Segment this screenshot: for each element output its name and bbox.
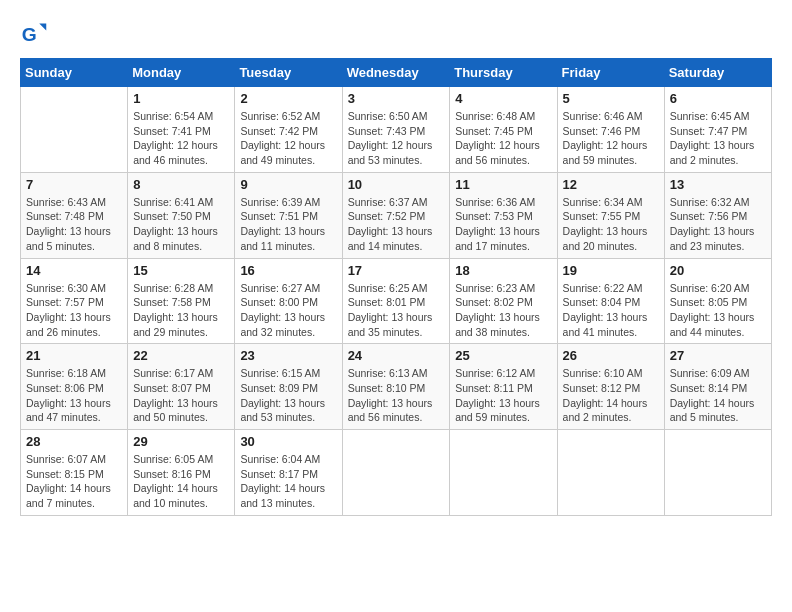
- calendar-cell: [342, 430, 450, 516]
- calendar-cell: 17Sunrise: 6:25 AM Sunset: 8:01 PM Dayli…: [342, 258, 450, 344]
- calendar-table: SundayMondayTuesdayWednesdayThursdayFrid…: [20, 58, 772, 516]
- day-number: 25: [455, 348, 551, 363]
- day-detail: Sunrise: 6:39 AM Sunset: 7:51 PM Dayligh…: [240, 195, 336, 254]
- day-detail: Sunrise: 6:32 AM Sunset: 7:56 PM Dayligh…: [670, 195, 766, 254]
- day-number: 8: [133, 177, 229, 192]
- calendar-cell: 4Sunrise: 6:48 AM Sunset: 7:45 PM Daylig…: [450, 87, 557, 173]
- day-detail: Sunrise: 6:07 AM Sunset: 8:15 PM Dayligh…: [26, 452, 122, 511]
- day-detail: Sunrise: 6:04 AM Sunset: 8:17 PM Dayligh…: [240, 452, 336, 511]
- weekday-header: Monday: [128, 59, 235, 87]
- logo: G: [20, 20, 52, 48]
- weekday-header: Thursday: [450, 59, 557, 87]
- day-detail: Sunrise: 6:20 AM Sunset: 8:05 PM Dayligh…: [670, 281, 766, 340]
- calendar-cell: 24Sunrise: 6:13 AM Sunset: 8:10 PM Dayli…: [342, 344, 450, 430]
- day-detail: Sunrise: 6:46 AM Sunset: 7:46 PM Dayligh…: [563, 109, 659, 168]
- day-number: 26: [563, 348, 659, 363]
- calendar-cell: [450, 430, 557, 516]
- calendar-cell: 22Sunrise: 6:17 AM Sunset: 8:07 PM Dayli…: [128, 344, 235, 430]
- day-detail: Sunrise: 6:13 AM Sunset: 8:10 PM Dayligh…: [348, 366, 445, 425]
- day-detail: Sunrise: 6:34 AM Sunset: 7:55 PM Dayligh…: [563, 195, 659, 254]
- day-detail: Sunrise: 6:43 AM Sunset: 7:48 PM Dayligh…: [26, 195, 122, 254]
- day-number: 23: [240, 348, 336, 363]
- day-detail: Sunrise: 6:18 AM Sunset: 8:06 PM Dayligh…: [26, 366, 122, 425]
- calendar-cell: 26Sunrise: 6:10 AM Sunset: 8:12 PM Dayli…: [557, 344, 664, 430]
- day-detail: Sunrise: 6:09 AM Sunset: 8:14 PM Dayligh…: [670, 366, 766, 425]
- calendar-cell: 18Sunrise: 6:23 AM Sunset: 8:02 PM Dayli…: [450, 258, 557, 344]
- day-number: 20: [670, 263, 766, 278]
- day-number: 19: [563, 263, 659, 278]
- calendar-cell: 11Sunrise: 6:36 AM Sunset: 7:53 PM Dayli…: [450, 172, 557, 258]
- day-detail: Sunrise: 6:45 AM Sunset: 7:47 PM Dayligh…: [670, 109, 766, 168]
- calendar-cell: 10Sunrise: 6:37 AM Sunset: 7:52 PM Dayli…: [342, 172, 450, 258]
- calendar-cell: 29Sunrise: 6:05 AM Sunset: 8:16 PM Dayli…: [128, 430, 235, 516]
- day-detail: Sunrise: 6:50 AM Sunset: 7:43 PM Dayligh…: [348, 109, 445, 168]
- day-number: 18: [455, 263, 551, 278]
- day-number: 14: [26, 263, 122, 278]
- calendar-cell: 19Sunrise: 6:22 AM Sunset: 8:04 PM Dayli…: [557, 258, 664, 344]
- calendar-cell: 20Sunrise: 6:20 AM Sunset: 8:05 PM Dayli…: [664, 258, 771, 344]
- calendar-cell: 1Sunrise: 6:54 AM Sunset: 7:41 PM Daylig…: [128, 87, 235, 173]
- day-detail: Sunrise: 6:23 AM Sunset: 8:02 PM Dayligh…: [455, 281, 551, 340]
- day-number: 29: [133, 434, 229, 449]
- day-detail: Sunrise: 6:15 AM Sunset: 8:09 PM Dayligh…: [240, 366, 336, 425]
- day-number: 16: [240, 263, 336, 278]
- calendar-cell: 2Sunrise: 6:52 AM Sunset: 7:42 PM Daylig…: [235, 87, 342, 173]
- day-number: 12: [563, 177, 659, 192]
- calendar-cell: [21, 87, 128, 173]
- day-detail: Sunrise: 6:05 AM Sunset: 8:16 PM Dayligh…: [133, 452, 229, 511]
- calendar-cell: 7Sunrise: 6:43 AM Sunset: 7:48 PM Daylig…: [21, 172, 128, 258]
- day-number: 13: [670, 177, 766, 192]
- calendar-cell: [557, 430, 664, 516]
- day-detail: Sunrise: 6:54 AM Sunset: 7:41 PM Dayligh…: [133, 109, 229, 168]
- calendar-cell: 12Sunrise: 6:34 AM Sunset: 7:55 PM Dayli…: [557, 172, 664, 258]
- day-number: 3: [348, 91, 445, 106]
- day-detail: Sunrise: 6:30 AM Sunset: 7:57 PM Dayligh…: [26, 281, 122, 340]
- day-number: 2: [240, 91, 336, 106]
- day-detail: Sunrise: 6:12 AM Sunset: 8:11 PM Dayligh…: [455, 366, 551, 425]
- day-detail: Sunrise: 6:27 AM Sunset: 8:00 PM Dayligh…: [240, 281, 336, 340]
- day-number: 15: [133, 263, 229, 278]
- day-detail: Sunrise: 6:28 AM Sunset: 7:58 PM Dayligh…: [133, 281, 229, 340]
- calendar-cell: 9Sunrise: 6:39 AM Sunset: 7:51 PM Daylig…: [235, 172, 342, 258]
- weekday-header: Tuesday: [235, 59, 342, 87]
- calendar-week-row: 7Sunrise: 6:43 AM Sunset: 7:48 PM Daylig…: [21, 172, 772, 258]
- day-number: 28: [26, 434, 122, 449]
- weekday-header: Friday: [557, 59, 664, 87]
- day-number: 1: [133, 91, 229, 106]
- calendar-cell: [664, 430, 771, 516]
- day-number: 24: [348, 348, 445, 363]
- calendar-week-row: 21Sunrise: 6:18 AM Sunset: 8:06 PM Dayli…: [21, 344, 772, 430]
- day-number: 11: [455, 177, 551, 192]
- weekday-header-row: SundayMondayTuesdayWednesdayThursdayFrid…: [21, 59, 772, 87]
- day-number: 27: [670, 348, 766, 363]
- day-number: 6: [670, 91, 766, 106]
- day-detail: Sunrise: 6:10 AM Sunset: 8:12 PM Dayligh…: [563, 366, 659, 425]
- weekday-header: Wednesday: [342, 59, 450, 87]
- svg-marker-1: [39, 24, 46, 31]
- day-detail: Sunrise: 6:48 AM Sunset: 7:45 PM Dayligh…: [455, 109, 551, 168]
- day-number: 21: [26, 348, 122, 363]
- calendar-week-row: 1Sunrise: 6:54 AM Sunset: 7:41 PM Daylig…: [21, 87, 772, 173]
- day-number: 4: [455, 91, 551, 106]
- day-detail: Sunrise: 6:52 AM Sunset: 7:42 PM Dayligh…: [240, 109, 336, 168]
- weekday-header: Sunday: [21, 59, 128, 87]
- logo-icon: G: [20, 20, 48, 48]
- calendar-cell: 8Sunrise: 6:41 AM Sunset: 7:50 PM Daylig…: [128, 172, 235, 258]
- day-detail: Sunrise: 6:22 AM Sunset: 8:04 PM Dayligh…: [563, 281, 659, 340]
- day-detail: Sunrise: 6:37 AM Sunset: 7:52 PM Dayligh…: [348, 195, 445, 254]
- calendar-cell: 27Sunrise: 6:09 AM Sunset: 8:14 PM Dayli…: [664, 344, 771, 430]
- calendar-cell: 5Sunrise: 6:46 AM Sunset: 7:46 PM Daylig…: [557, 87, 664, 173]
- calendar-cell: 30Sunrise: 6:04 AM Sunset: 8:17 PM Dayli…: [235, 430, 342, 516]
- day-detail: Sunrise: 6:36 AM Sunset: 7:53 PM Dayligh…: [455, 195, 551, 254]
- day-detail: Sunrise: 6:25 AM Sunset: 8:01 PM Dayligh…: [348, 281, 445, 340]
- day-number: 30: [240, 434, 336, 449]
- calendar-cell: 16Sunrise: 6:27 AM Sunset: 8:00 PM Dayli…: [235, 258, 342, 344]
- page-header: G: [20, 20, 772, 48]
- calendar-week-row: 14Sunrise: 6:30 AM Sunset: 7:57 PM Dayli…: [21, 258, 772, 344]
- calendar-cell: 21Sunrise: 6:18 AM Sunset: 8:06 PM Dayli…: [21, 344, 128, 430]
- calendar-cell: 14Sunrise: 6:30 AM Sunset: 7:57 PM Dayli…: [21, 258, 128, 344]
- day-number: 10: [348, 177, 445, 192]
- weekday-header: Saturday: [664, 59, 771, 87]
- day-detail: Sunrise: 6:41 AM Sunset: 7:50 PM Dayligh…: [133, 195, 229, 254]
- svg-text:G: G: [22, 24, 37, 45]
